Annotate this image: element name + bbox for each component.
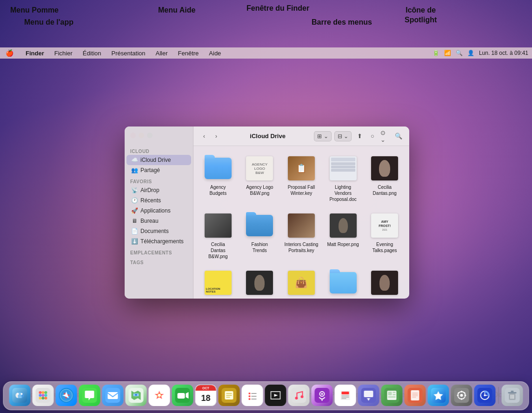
file-item-fashion-trends[interactable]: FashionTrends: [241, 209, 279, 262]
dock-app-trash[interactable]: [502, 385, 523, 406]
menubar-left: 🍎 Finder Fichier Édition Présentation Al…: [4, 48, 432, 58]
sidebar-section-emplacements: Emplacements: [125, 246, 193, 256]
dock-app-finder[interactable]: [9, 385, 31, 406]
dock-app-system-prefs[interactable]: [451, 385, 472, 406]
sidebar-item-airdrop[interactable]: 📡 AirDrop: [126, 185, 191, 195]
dock-app-notes[interactable]: [219, 385, 240, 406]
sidebar-item-applications[interactable]: 🚀 Applications: [126, 206, 191, 216]
dock-app-pages[interactable]: [405, 385, 426, 406]
menubar-fichier[interactable]: Fichier: [53, 49, 74, 58]
menubar-battery: 🔋: [432, 50, 439, 56]
sidebar-item-telechargements[interactable]: ⬇️ Téléchargements: [126, 236, 191, 246]
file-item-agency-logo[interactable]: AGENCY LOGOB&W Agency LogoB&W.png: [241, 152, 279, 205]
svg-rect-60: [364, 391, 373, 397]
sidebar-item-documents[interactable]: 📄 Documents: [126, 226, 191, 236]
menubar-spotlight-icon[interactable]: 🔍: [456, 50, 463, 56]
dock-app-numbers[interactable]: [381, 385, 403, 406]
sidebar-item-partage[interactable]: 👥 Partagé: [126, 165, 191, 175]
dock-app-facetime[interactable]: [172, 385, 193, 406]
numbers-icon: [385, 388, 399, 403]
group-button[interactable]: ⊟ ⌄: [334, 131, 352, 141]
svg-rect-80: [461, 398, 462, 400]
file-item-proposal[interactable]: 📋 Proposal FallWinter.key: [282, 152, 320, 205]
file-label-agency-logo: Agency LogoB&W.png: [246, 184, 273, 196]
file-label-cecilia-dantas: CeciliaDantas.png: [373, 184, 397, 196]
apple-menu[interactable]: 🍎: [4, 48, 15, 58]
file-item-interiors[interactable]: Interiors CastingPortraits.key: [282, 209, 320, 262]
search-button[interactable]: 🔍: [393, 131, 404, 141]
view-toggle-button[interactable]: ⊞ ⌄: [314, 131, 331, 141]
menubar-aide[interactable]: Aide: [207, 49, 223, 58]
file-item-vera-san[interactable]: Vera San.png: [366, 266, 404, 299]
menubar-wifi[interactable]: 📶: [444, 50, 451, 56]
svg-point-89: [484, 394, 486, 396]
menubar-user[interactable]: 👤: [467, 50, 474, 56]
menubar-finder[interactable]: Finder: [24, 49, 46, 58]
file-item-cecilia-dantas[interactable]: CeciliaDantas.png: [366, 152, 404, 205]
dock-separator: [499, 387, 499, 404]
dock-app-news[interactable]: [335, 385, 356, 406]
sidebar-item-icloud-drive[interactable]: ☁️ iCloud Drive: [126, 155, 191, 165]
dock-app-tv[interactable]: [265, 385, 286, 406]
applications-icon: 🚀: [131, 207, 138, 214]
dock-app-launchpad[interactable]: [33, 385, 54, 406]
file-icon-talent-deck: [329, 269, 357, 297]
toolbar-nav: ‹ ›: [199, 131, 221, 141]
keynote-icon: [361, 388, 376, 403]
share-button[interactable]: ⬆: [354, 131, 365, 141]
tag-button[interactable]: ○: [367, 131, 378, 141]
file-icon-matt-roper: [329, 212, 357, 240]
sidebar-section-favoris: Favoris: [125, 175, 193, 185]
dock-app-safari[interactable]: [56, 385, 77, 406]
dock-app-music[interactable]: [288, 385, 310, 406]
dock-app-maps[interactable]: [126, 385, 147, 406]
trash-icon: [505, 388, 520, 403]
dock-app-photos[interactable]: [149, 385, 170, 406]
svg-rect-47: [292, 388, 306, 403]
file-item-abby[interactable]: Abby.png: [241, 266, 279, 299]
file-item-talent-deck[interactable]: Talent Deck: [324, 266, 362, 299]
menubar-aller[interactable]: Aller: [154, 49, 170, 58]
toolbar-actions: ⊞ ⌄ ⊟ ⌄ ⬆ ○ ⊙ ⌄ 🔍: [314, 131, 404, 141]
file-label-matt-roper: Matt Roper.png: [327, 241, 359, 247]
messages-icon: [82, 388, 97, 403]
dock-app-messages[interactable]: [79, 385, 100, 406]
dock-app-mail[interactable]: [102, 385, 124, 406]
menubar-fenetre[interactable]: Fenêtre: [176, 49, 201, 58]
svg-rect-31: [178, 393, 185, 399]
annotation-barre-menus: Barre des menus: [312, 18, 372, 27]
sidebar-label-partage: Partagé: [140, 167, 160, 173]
dock-app-appstore[interactable]: [428, 385, 449, 406]
finder-window-title: iCloud Drive: [225, 133, 310, 140]
sidebar-item-recents[interactable]: 🕐 Récents: [126, 195, 191, 206]
sidebar-section-tags: Tags: [125, 256, 193, 266]
shared-icon: 👥: [131, 167, 138, 173]
dock-app-reminders[interactable]: [242, 385, 263, 406]
more-button[interactable]: ⊙ ⌄: [380, 131, 391, 141]
svg-rect-55: [342, 392, 349, 394]
file-icon-vera-san: [371, 269, 399, 297]
file-item-lighting[interactable]: Lighting VendorsProposal.doc: [324, 152, 362, 205]
file-item-cecilia-bw[interactable]: CeciliaDantas B&W.png: [199, 209, 237, 262]
sidebar-item-bureau[interactable]: 🖥 Bureau: [126, 216, 191, 226]
file-item-agency-budgets[interactable]: AgencyBudgets: [199, 152, 237, 205]
thumbnail-proposal: 📋: [288, 156, 315, 180]
svg-point-39: [249, 393, 251, 394]
back-button[interactable]: ‹: [199, 131, 209, 141]
file-item-matt-roper[interactable]: Matt Roper.png: [324, 209, 362, 262]
file-item-locations-notes[interactable]: LOCATIONNOTES LocationsNotes.key: [199, 266, 237, 299]
menubar-edition[interactable]: Édition: [81, 49, 103, 58]
forward-button[interactable]: ›: [211, 131, 221, 141]
annotation-fenetre-finder: Fenêtre du Finder: [246, 4, 309, 13]
sidebar-label-recents: Récents: [140, 197, 161, 204]
sidebar-label-documents: Documents: [140, 228, 169, 234]
dock-app-screentime[interactable]: [474, 385, 496, 406]
facetime-icon: [175, 388, 190, 403]
file-item-evening-talks[interactable]: AMYFROST! 2021 EveningTalks.pages: [366, 209, 404, 262]
file-item-tote-bag[interactable]: 👜 Tote Bag.jpg: [282, 266, 320, 299]
menubar-presentation[interactable]: Présentation: [110, 49, 147, 58]
dock-app-podcasts[interactable]: [312, 385, 333, 406]
file-icon-cecilia-bw: [204, 212, 232, 240]
dock-app-keynote[interactable]: [358, 385, 379, 406]
dock-app-calendar[interactable]: OCT 18: [195, 385, 217, 406]
